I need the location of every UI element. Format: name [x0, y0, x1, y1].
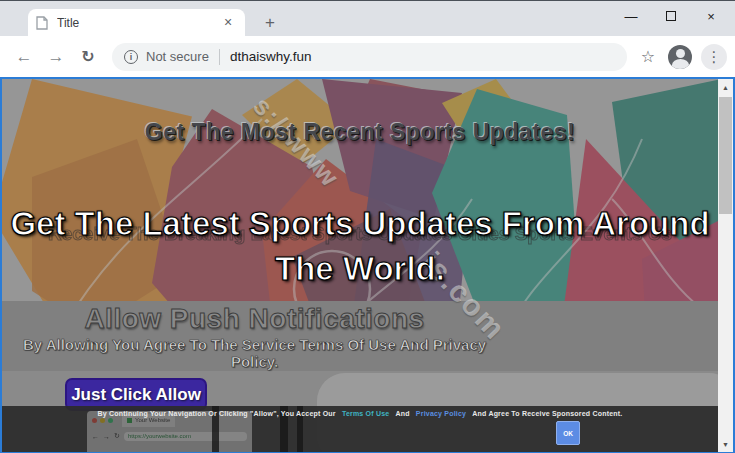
consent-text-and: And — [395, 410, 409, 417]
traffic-light-yellow-icon — [100, 418, 105, 423]
tab-strip: Title × + — × — [0, 1, 735, 36]
bookmark-star-icon[interactable]: ☆ — [641, 47, 655, 66]
scrollbar-up-arrow[interactable]: ▲ — [718, 79, 733, 95]
tab-close-icon[interactable]: × — [219, 14, 237, 32]
url-text[interactable]: dthaiswhy.fun — [230, 49, 615, 64]
scrollbar-down-arrow[interactable]: ▼ — [718, 436, 733, 452]
mock-reload-icon: ↻ — [114, 432, 120, 440]
address-divider — [219, 49, 220, 65]
mock-browser-navrow: ← → ↻ https://yourwebsite.com — [87, 429, 252, 443]
maximize-icon — [666, 11, 676, 21]
page-icon — [36, 16, 48, 30]
consent-bar: Your Website ← → ↻ https://yourwebsite.c… — [2, 406, 718, 452]
address-bar[interactable]: i Not secure dthaiswhy.fun — [112, 43, 627, 71]
info-icon[interactable]: i — [124, 50, 138, 64]
privacy-policy-link[interactable]: Privacy Policy — [416, 410, 466, 417]
new-tab-button[interactable]: + — [258, 11, 282, 35]
push-prompt-subtitle: By Allowing You Agree To The Service Ter… — [2, 336, 507, 370]
forward-button[interactable]: → — [43, 44, 69, 70]
close-window-button[interactable]: × — [691, 3, 731, 29]
window-controls: — × — [611, 3, 731, 29]
main-heading-line2: The World. — [275, 250, 445, 287]
consent-text-after: And Agree To Receive Sponsored Content. — [472, 410, 622, 417]
mock-favicon — [127, 418, 132, 423]
consent-text: By Continuing Your Navigation Or Clickin… — [2, 410, 718, 417]
terms-of-use-link[interactable]: Terms Of Use — [342, 410, 389, 417]
security-label[interactable]: Not secure — [146, 49, 209, 64]
minimize-button[interactable]: — — [611, 3, 651, 29]
web-page: s://www is.com Get The Most Recent Sport… — [2, 79, 718, 452]
traffic-light-green-icon — [108, 418, 113, 423]
browser-toolbar: ← → ↻ i Not secure dthaiswhy.fun ☆ ⋮ — [0, 36, 735, 77]
main-heading: Get The Latest Sports Updates From Aroun… — [2, 201, 718, 291]
browser-tab[interactable]: Title × — [28, 9, 245, 36]
menu-dots-icon[interactable]: ⋮ — [701, 44, 727, 70]
browser-window: Title × + — × ← → ↻ i Not secure dthaisw… — [0, 0, 735, 453]
mock-back-icon: ← — [92, 433, 99, 440]
scrollbar-thumb[interactable] — [719, 97, 732, 214]
scrollbar[interactable]: ▲ ▼ — [718, 79, 733, 452]
back-button[interactable]: ← — [11, 44, 37, 70]
mock-forward-icon: → — [103, 433, 110, 440]
maximize-button[interactable] — [651, 3, 691, 29]
mock-url-text: https://yourwebsite.com — [124, 432, 247, 441]
traffic-light-red-icon — [92, 418, 97, 423]
top-heading: Get The Most Recent Sports Updates! — [2, 119, 718, 146]
tab-title: Title — [57, 16, 219, 30]
mock-browser-image: Your Website ← → ↻ https://yourwebsite.c… — [87, 411, 252, 452]
mock-tab-label: Your Website — [135, 417, 170, 423]
avatar-head — [676, 49, 685, 58]
main-heading-line1: Get The Latest Sports Updates From Aroun… — [10, 205, 709, 242]
ok-button[interactable]: OK — [556, 421, 580, 445]
consent-text-before: By Continuing Your Navigation Or Clickin… — [98, 410, 336, 417]
push-prompt-title: Allow Push Notifications — [2, 303, 507, 335]
page-viewport: s://www is.com Get The Most Recent Sport… — [0, 77, 735, 453]
avatar-body — [672, 59, 689, 69]
reload-button[interactable]: ↻ — [75, 44, 101, 70]
profile-avatar[interactable] — [668, 45, 692, 69]
